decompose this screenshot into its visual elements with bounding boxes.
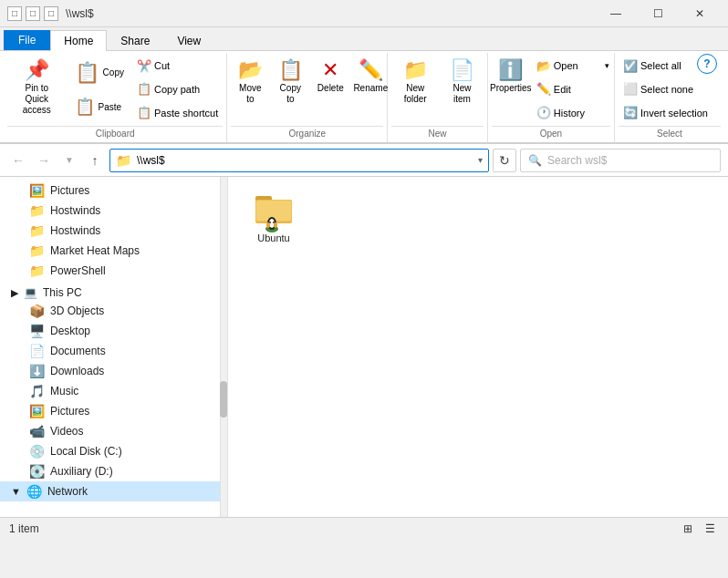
sidebar-item-label: PowerShell [50, 264, 106, 277]
paste-shortcut-label: Paste shortcut [154, 108, 218, 119]
paste-button[interactable]: 📋 Paste [68, 94, 130, 121]
move-to-label: Move to [236, 83, 264, 105]
tab-view[interactable]: View [163, 30, 214, 50]
sidebar-item-label: Auxiliary (D:) [50, 465, 113, 478]
open-button[interactable]: 📂 Open ▾ [532, 57, 614, 75]
edit-icon: ✏️ [536, 82, 551, 96]
sidebar-item-downloads[interactable]: ⬇️ Downloads [0, 361, 227, 381]
sidebar-item-videos[interactable]: 📹 Videos [0, 421, 227, 441]
sidebar-item-local-disk[interactable]: 💿 Local Disk (C:) [0, 441, 227, 461]
sidebar-item-market-heat[interactable]: 📁 Market Heat Maps [0, 241, 227, 261]
copy-to-label: Copy to [276, 83, 304, 105]
sidebar-item-label: Pictures [50, 184, 89, 197]
copy-path-button[interactable]: 📋 Copy path [132, 80, 223, 98]
sidebar-item-label: Music [50, 385, 78, 397]
scrollbar-track [220, 177, 227, 517]
delete-button[interactable]: ✕ Delete [311, 55, 349, 97]
cut-icon: ✂️ [137, 59, 151, 73]
delete-icon: ✕ [322, 59, 338, 81]
titlebar: □ □ □ \\wsl$ — ☐ ✕ [0, 0, 728, 27]
organize-label: Organize [231, 126, 383, 140]
move-to-icon: 📂 [238, 59, 263, 81]
tab-home[interactable]: Home [50, 30, 107, 51]
cut-button[interactable]: ✂️ Cut [132, 57, 223, 75]
sidebar-item-desktop[interactable]: 🖥️ Desktop [0, 321, 227, 341]
invert-selection-icon: 🔄 [623, 106, 638, 119]
tab-file[interactable]: File [4, 30, 50, 50]
paste-label: Paste [99, 102, 122, 113]
sidebar-item-label: Network [47, 485, 88, 498]
rename-button[interactable]: ✏️ Rename [351, 55, 390, 97]
content-area: Ubuntu [228, 177, 728, 517]
tabstrip: File Home Share View ? [0, 27, 728, 51]
recent-locations-button[interactable]: ▼ [58, 150, 80, 171]
sidebar-item-documents[interactable]: 📄 Documents [0, 341, 227, 361]
address-dropdown-icon[interactable]: ▾ [478, 155, 483, 165]
statusbar-right: ⊞ ☰ [679, 520, 719, 538]
sidebar-this-pc[interactable]: ▶ 💻 This PC [0, 281, 227, 301]
invert-selection-label: Invert selection [640, 108, 708, 119]
copy-path-label: Copy path [154, 84, 200, 95]
sidebar-item-powershell[interactable]: 📁 PowerShell [0, 261, 227, 281]
sidebar-item-network[interactable]: ▼ 🌐 Network [0, 481, 227, 501]
sidebar-item-label: Pictures [50, 405, 89, 418]
tab-share[interactable]: Share [107, 30, 163, 50]
sidebar-item-pictures2[interactable]: 🖼️ Pictures [0, 401, 227, 421]
sidebar-item-hostwinds2[interactable]: 📁 Hostwinds [0, 221, 227, 241]
titlebar-title: \\wsl$ [66, 7, 595, 20]
up-button[interactable]: ↑ [84, 150, 106, 171]
edit-button[interactable]: ✏️ Edit [532, 80, 614, 98]
address-bar[interactable]: 📁 \\wsl$ ▾ [109, 149, 489, 172]
sidebar-item-3d-objects[interactable]: 📦 3D Objects [0, 301, 227, 321]
forward-button[interactable]: → [33, 150, 55, 171]
expand-network-icon: ▼ [11, 486, 21, 497]
sidebar-item-hostwinds1[interactable]: 📁 Hostwinds [0, 201, 227, 221]
new-item-button[interactable]: 📄 New item [441, 55, 484, 108]
minimize-button[interactable]: — [595, 0, 637, 27]
open-group: ℹ️ Properties 📂 Open ▾ ✏️ Edit 🕐 [488, 53, 615, 142]
ubuntu-folder-item[interactable]: Ubuntu [237, 186, 310, 250]
help-button[interactable]: ? [697, 54, 717, 74]
app-icon: □ [7, 6, 22, 21]
open-label: Open [554, 60, 578, 71]
maximize-button[interactable]: ☐ [637, 0, 679, 27]
ubuntu-folder-icon [255, 192, 292, 229]
back-button[interactable]: ← [7, 150, 29, 171]
list-view-button[interactable]: ☰ [701, 520, 719, 538]
select-none-button[interactable]: ⬜ Select none [619, 80, 721, 98]
sidebar-item-label: Documents [50, 345, 106, 357]
sidebar-item-label: Market Heat Maps [50, 244, 140, 257]
sidebar-item-label: Hostwinds [50, 204, 100, 217]
select-label: Select [619, 126, 721, 140]
invert-selection-button[interactable]: 🔄 Invert selection [619, 104, 721, 121]
sidebar-item-label: Downloads [50, 365, 104, 377]
sidebar-item-pictures[interactable]: 🖼️ Pictures [0, 181, 227, 201]
edit-label: Edit [554, 84, 571, 95]
copy-button[interactable]: 📋 Copy [68, 57, 130, 88]
copy-to-button[interactable]: 📋 Copy to [271, 55, 309, 108]
search-icon: 🔍 [528, 154, 542, 167]
grid-view-button[interactable]: ⊞ [679, 520, 697, 538]
cut-col: ✂️ Cut 📋 Copy path 📋 Paste shortcut [132, 55, 223, 124]
sidebar-item-music[interactable]: 🎵 Music [0, 381, 227, 401]
clipboard-label: Clipboard [7, 126, 223, 140]
pin-to-quick-access-button[interactable]: 📌 Pin to Quick access [7, 55, 67, 119]
new-folder-button[interactable]: 📁 New folder [391, 55, 439, 108]
open-group-content: ℹ️ Properties 📂 Open ▾ ✏️ Edit 🕐 [492, 55, 610, 124]
properties-icon: ℹ️ [498, 59, 523, 81]
search-box[interactable]: 🔍 Search wsl$ [520, 149, 721, 172]
sidebar-item-auxiliary[interactable]: 💽 Auxiliary (D:) [0, 461, 227, 481]
delete-label: Delete [317, 83, 344, 94]
music-icon: 🎵 [29, 384, 45, 398]
refresh-button[interactable]: ↻ [493, 149, 516, 172]
address-area: ← → ▼ ↑ 📁 \\wsl$ ▾ ↻ 🔍 Search wsl$ [0, 144, 728, 177]
move-to-button[interactable]: 📂 Move to [231, 55, 269, 108]
close-button[interactable]: ✕ [679, 0, 721, 27]
paste-shortcut-button[interactable]: 📋 Paste shortcut [132, 104, 223, 121]
scrollbar-thumb[interactable] [220, 381, 227, 418]
svg-point-9 [266, 222, 270, 228]
history-button[interactable]: 🕐 History [532, 104, 614, 121]
properties-button[interactable]: ℹ️ Properties [492, 55, 530, 97]
organize-group-content: 📂 Move to 📋 Copy to ✕ Delete ✏️ Rename [231, 55, 383, 124]
ubuntu-label: Ubuntu [257, 232, 289, 243]
